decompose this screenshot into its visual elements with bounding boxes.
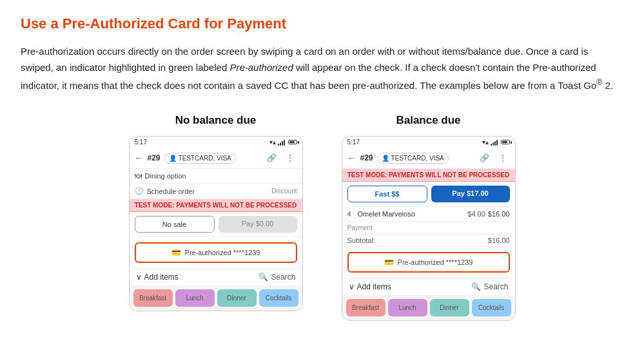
- chevron-down-icon: ∨: [136, 273, 142, 282]
- cat-dinner-balance-due[interactable]: Dinner: [430, 299, 469, 316]
- cat-dinner-no-balance[interactable]: Dinner: [217, 289, 257, 307]
- add-items-right-no-balance[interactable]: 🔍 Search: [259, 273, 295, 282]
- schedule-order-label: Schedule order: [147, 188, 195, 195]
- card-badge-balance-due: 👤 TESTCARD, VISA: [377, 153, 449, 164]
- back-arrow-icon-2[interactable]: ←: [347, 153, 356, 163]
- phone-body-balance-due: TEST MODE: PAYMENTS WILL NOT BE PROCESSE…: [342, 169, 515, 320]
- cat-cocktails-balance-due[interactable]: Cocktails: [472, 299, 511, 316]
- add-items-label-no-balance: Add items: [144, 273, 179, 282]
- order-line-balance-due: 4 Omelet Marveloso $4.00 $16.00: [342, 207, 515, 222]
- category-tabs-no-balance: Breakfast Lunch Dinner Cocktails: [130, 285, 302, 311]
- add-items-right-balance-due[interactable]: 🔍 Search: [471, 282, 508, 291]
- order-item-name: Omelet Marveloso: [358, 210, 468, 218]
- order-number-no-balance: #29: [148, 153, 161, 162]
- phone-body-no-balance: 🍽 Dining option 🕐 Schedule order Discoun…: [130, 169, 302, 311]
- more-icon-2[interactable]: ⋮: [496, 151, 510, 165]
- signal-icon-2: [491, 139, 498, 146]
- dining-option-row[interactable]: 🍽 Dining option: [130, 169, 302, 184]
- add-items-label-balance-due: Add items: [357, 282, 391, 291]
- test-mode-banner-balance-due: TEST MODE: PAYMENTS WILL NOT BE PROCESSE…: [342, 169, 515, 182]
- preauth-bar-balance-due[interactable]: 💳 Pre-authorized ****1239: [347, 252, 510, 273]
- cat-cocktails-no-balance[interactable]: Cocktails: [259, 289, 298, 307]
- person-icon-2: 👤: [382, 155, 389, 162]
- diagram-heading-balance-due: Balance due: [396, 114, 460, 127]
- preauth-label-no-balance: Pre-authorized ****1239: [185, 249, 260, 256]
- preauth-label-balance-due: Pre-authorized ****1239: [398, 258, 473, 266]
- diagrams-row: No balance due 5:17 ▾▴ ←: [21, 114, 623, 321]
- pay-button-no-balance[interactable]: Pay $0.00: [219, 216, 297, 233]
- order-unit-price: $4.00: [467, 210, 485, 218]
- phone-mockup-no-balance: 5:17 ▾▴ ← #29 👤 TEST: [129, 136, 303, 311]
- cat-lunch-balance-due[interactable]: Lunch: [388, 299, 427, 316]
- category-tabs-balance-due: Breakfast Lunch Dinner Cocktails: [342, 295, 515, 320]
- diagram-heading-no-balance: No balance due: [175, 114, 257, 127]
- phone-mockup-balance-due: 5:17 ▾▴ ← #29 👤 TEST: [342, 136, 516, 321]
- card-preauth-icon-balance-due: 💳: [384, 258, 394, 267]
- action-buttons-no-balance: No sale Pay $0.00: [130, 212, 302, 237]
- phone-header-no-balance: ← #29 👤 TESTCARD, VISA 🔗 ⋮: [130, 148, 302, 169]
- action-buttons-balance-due: Fast $$ Pay $17.00: [342, 182, 515, 207]
- phone-header-balance-due: ← #29 👤 TESTCARD, VISA 🔗 ⋮: [342, 148, 515, 169]
- payment-section: Payment: [342, 222, 515, 235]
- order-qty: 4: [347, 210, 358, 218]
- person-icon: 👤: [169, 155, 177, 162]
- dining-icon: 🍽: [135, 172, 142, 180]
- dining-option-label: Dining option: [145, 172, 186, 180]
- status-icons-balance-due: ▾▴: [482, 139, 510, 146]
- order-total: $16.00: [488, 210, 510, 218]
- chevron-down-icon-2: ∨: [349, 282, 355, 291]
- search-icon-balance-due: 🔍: [471, 282, 481, 291]
- header-actions-no-balance: 🔗 ⋮: [265, 151, 297, 165]
- page-title: Use a Pre-Authorized Card for Payment: [21, 15, 623, 32]
- card-badge-no-balance: 👤 TESTCARD, VISA: [164, 153, 236, 164]
- cat-breakfast-balance-due[interactable]: Breakfast: [346, 299, 385, 316]
- page-description: Pre-authorization occurs directly on the…: [21, 44, 623, 93]
- more-icon[interactable]: ⋮: [283, 151, 297, 165]
- discount-label: Discount: [272, 188, 297, 195]
- add-items-row-balance-due: ∨ Add items 🔍 Search: [342, 278, 515, 295]
- status-bar-no-balance: 5:17 ▾▴: [130, 137, 302, 148]
- add-items-left-no-balance[interactable]: ∨ Add items: [136, 273, 179, 282]
- preauth-bar-no-balance[interactable]: 💳 Pre-authorized ****1239: [135, 242, 297, 263]
- status-icons-no-balance: ▾▴: [269, 139, 297, 146]
- add-items-row-no-balance: ∨ Add items 🔍 Search: [130, 268, 302, 285]
- battery-icon: [288, 140, 297, 144]
- link-icon-2[interactable]: 🔗: [478, 151, 492, 165]
- status-time-balance-due: 5:17: [347, 139, 360, 146]
- battery-icon-2: [501, 140, 510, 144]
- wifi-icon: ▾▴: [269, 139, 276, 146]
- wifi-icon-2: ▾▴: [482, 139, 489, 146]
- subtotal-label: Subtotal:: [347, 236, 375, 244]
- order-number-balance-due: #29: [360, 153, 373, 162]
- signal-icon: [278, 139, 285, 146]
- search-label-balance-due: Search: [483, 282, 508, 291]
- diagram-balance-due: Balance due 5:17 ▾▴ ← #: [342, 114, 516, 321]
- card-label-balance-due: TESTCARD, VISA: [391, 155, 444, 162]
- fast-ss-button[interactable]: Fast $$: [347, 186, 427, 202]
- card-label-no-balance: TESTCARD, VISA: [179, 155, 231, 162]
- add-items-left-balance-due[interactable]: ∨ Add items: [349, 282, 391, 291]
- test-mode-banner-no-balance: TEST MODE: PAYMENTS WILL NOT BE PROCESSE…: [130, 199, 302, 212]
- search-label-no-balance: Search: [271, 273, 295, 282]
- subtotal-row: Subtotal: $16.00: [342, 235, 515, 247]
- schedule-order-row[interactable]: 🕐 Schedule order Discount: [130, 184, 302, 199]
- cat-breakfast-no-balance[interactable]: Breakfast: [133, 289, 173, 307]
- status-bar-balance-due: 5:17 ▾▴: [342, 137, 515, 148]
- cat-lunch-no-balance[interactable]: Lunch: [175, 289, 215, 307]
- pay-button-balance-due[interactable]: Pay $17.00: [431, 186, 510, 202]
- diagram-no-balance: No balance due 5:17 ▾▴ ←: [129, 114, 303, 311]
- no-sale-button[interactable]: No sale: [135, 216, 215, 233]
- subtotal-value: $16.00: [488, 236, 510, 244]
- clock-icon: 🕐: [135, 187, 144, 195]
- card-preauth-icon-no-balance: 💳: [171, 248, 181, 257]
- link-icon[interactable]: 🔗: [265, 151, 279, 165]
- back-arrow-icon[interactable]: ←: [135, 153, 144, 163]
- header-actions-balance-due: 🔗 ⋮: [478, 151, 510, 165]
- search-icon-no-balance: 🔍: [259, 273, 268, 282]
- status-time-no-balance: 5:17: [135, 139, 147, 146]
